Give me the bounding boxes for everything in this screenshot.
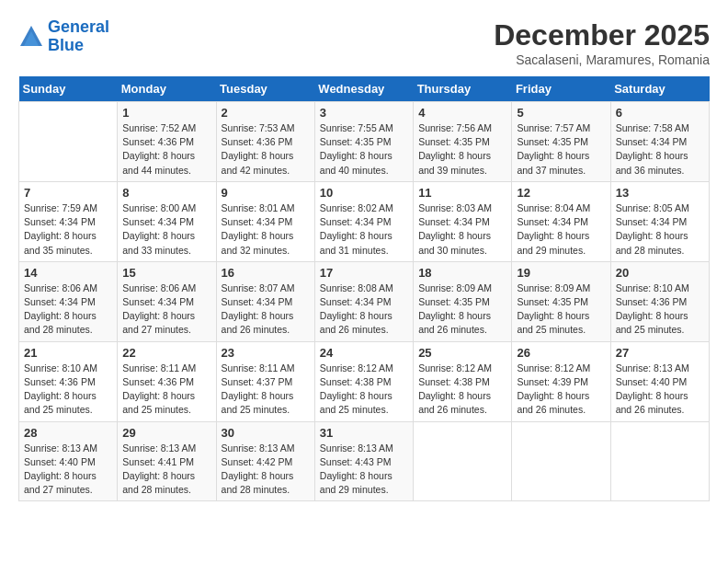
calendar-week-row: 14Sunrise: 8:06 AM Sunset: 4:34 PM Dayli… [19,261,710,341]
col-header-sunday: Sunday [19,76,118,102]
col-header-monday: Monday [118,76,216,102]
logo-line2: Blue [48,36,84,54]
calendar-week-row: 21Sunrise: 8:10 AM Sunset: 4:36 PM Dayli… [19,341,710,421]
day-number: 29 [122,426,210,440]
day-number: 24 [320,346,408,360]
day-info: Sunrise: 8:00 AM Sunset: 4:34 PM Dayligh… [122,201,210,258]
day-number: 10 [320,186,408,200]
calendar-cell [414,421,512,501]
day-info: Sunrise: 8:01 AM Sunset: 4:34 PM Dayligh… [222,201,310,258]
col-header-thursday: Thursday [414,76,512,102]
day-number: 30 [222,426,310,440]
calendar-cell: 22Sunrise: 8:11 AM Sunset: 4:36 PM Dayli… [118,341,216,421]
day-number: 3 [320,106,408,120]
day-info: Sunrise: 8:12 AM Sunset: 4:39 PM Dayligh… [517,362,605,418]
calendar-cell: 12Sunrise: 8:04 AM Sunset: 4:34 PM Dayli… [512,181,610,261]
day-info: Sunrise: 7:57 AM Sunset: 4:35 PM Dayligh… [517,121,605,178]
title-block: December 2025 Sacalaseni, Maramures, Rom… [494,18,710,67]
day-info: Sunrise: 8:05 AM Sunset: 4:34 PM Dayligh… [616,201,704,258]
logo-line1: General [48,17,109,36]
day-number: 12 [517,186,605,200]
day-info: Sunrise: 8:13 AM Sunset: 4:40 PM Dayligh… [616,362,704,418]
calendar-cell [512,421,610,501]
day-number: 8 [122,186,210,200]
day-number: 11 [418,186,506,200]
day-info: Sunrise: 8:06 AM Sunset: 4:34 PM Dayligh… [24,282,112,338]
day-info: Sunrise: 8:12 AM Sunset: 4:38 PM Dayligh… [418,362,506,418]
day-number: 27 [616,346,704,360]
col-header-saturday: Saturday [610,76,709,102]
day-number: 21 [24,346,112,360]
calendar-cell: 9Sunrise: 8:01 AM Sunset: 4:34 PM Daylig… [216,181,314,261]
day-number: 18 [418,266,506,280]
day-number: 13 [616,186,704,200]
location-subtitle: Sacalaseni, Maramures, Romania [494,52,710,67]
day-info: Sunrise: 7:58 AM Sunset: 4:34 PM Dayligh… [616,121,704,178]
col-header-wednesday: Wednesday [314,76,413,102]
calendar-cell: 20Sunrise: 8:10 AM Sunset: 4:36 PM Dayli… [610,261,709,341]
calendar-cell: 31Sunrise: 8:13 AM Sunset: 4:43 PM Dayli… [314,421,413,501]
day-number: 6 [616,106,704,120]
calendar-cell: 7Sunrise: 7:59 AM Sunset: 4:34 PM Daylig… [19,181,118,261]
day-number: 9 [222,186,310,200]
day-number: 26 [517,346,605,360]
day-info: Sunrise: 7:52 AM Sunset: 4:36 PM Dayligh… [122,121,210,178]
day-number: 28 [24,426,112,440]
logo-text: General Blue [48,18,109,55]
calendar-cell: 30Sunrise: 8:13 AM Sunset: 4:42 PM Dayli… [216,421,314,501]
day-info: Sunrise: 8:11 AM Sunset: 4:37 PM Dayligh… [222,362,310,418]
day-info: Sunrise: 8:03 AM Sunset: 4:34 PM Dayligh… [418,201,506,258]
calendar-cell: 29Sunrise: 8:13 AM Sunset: 4:41 PM Dayli… [118,421,216,501]
calendar-header-row: SundayMondayTuesdayWednesdayThursdayFrid… [19,76,710,102]
day-info: Sunrise: 8:06 AM Sunset: 4:34 PM Dayligh… [122,282,210,338]
calendar-cell: 19Sunrise: 8:09 AM Sunset: 4:35 PM Dayli… [512,261,610,341]
day-info: Sunrise: 8:10 AM Sunset: 4:36 PM Dayligh… [24,362,112,418]
calendar-cell: 6Sunrise: 7:58 AM Sunset: 4:34 PM Daylig… [610,102,709,182]
calendar-cell: 27Sunrise: 8:13 AM Sunset: 4:40 PM Dayli… [610,341,709,421]
day-number: 31 [320,426,408,440]
calendar-cell: 11Sunrise: 8:03 AM Sunset: 4:34 PM Dayli… [414,181,512,261]
day-number: 7 [24,186,112,200]
calendar-cell: 18Sunrise: 8:09 AM Sunset: 4:35 PM Dayli… [414,261,512,341]
day-number: 15 [122,266,210,280]
logo-icon [18,24,44,50]
logo: General Blue [18,18,109,55]
day-number: 1 [122,106,210,120]
calendar-cell [610,421,709,501]
day-info: Sunrise: 8:13 AM Sunset: 4:42 PM Dayligh… [222,442,310,498]
day-info: Sunrise: 8:04 AM Sunset: 4:34 PM Dayligh… [517,201,605,258]
day-number: 25 [418,346,506,360]
calendar-cell: 26Sunrise: 8:12 AM Sunset: 4:39 PM Dayli… [512,341,610,421]
day-number: 17 [320,266,408,280]
day-info: Sunrise: 8:08 AM Sunset: 4:34 PM Dayligh… [320,282,408,338]
calendar-cell: 8Sunrise: 8:00 AM Sunset: 4:34 PM Daylig… [118,181,216,261]
calendar-cell [19,102,118,182]
calendar-cell: 23Sunrise: 8:11 AM Sunset: 4:37 PM Dayli… [216,341,314,421]
day-info: Sunrise: 8:09 AM Sunset: 4:35 PM Dayligh… [517,282,605,338]
day-number: 5 [517,106,605,120]
calendar-cell: 2Sunrise: 7:53 AM Sunset: 4:36 PM Daylig… [216,102,314,182]
calendar-cell: 14Sunrise: 8:06 AM Sunset: 4:34 PM Dayli… [19,261,118,341]
calendar-cell: 21Sunrise: 8:10 AM Sunset: 4:36 PM Dayli… [19,341,118,421]
day-info: Sunrise: 8:13 AM Sunset: 4:40 PM Dayligh… [24,442,112,498]
calendar-cell: 13Sunrise: 8:05 AM Sunset: 4:34 PM Dayli… [610,181,709,261]
day-info: Sunrise: 7:56 AM Sunset: 4:35 PM Dayligh… [418,121,506,178]
day-info: Sunrise: 8:13 AM Sunset: 4:41 PM Dayligh… [122,442,210,498]
calendar-cell: 15Sunrise: 8:06 AM Sunset: 4:34 PM Dayli… [118,261,216,341]
day-info: Sunrise: 8:13 AM Sunset: 4:43 PM Dayligh… [320,442,408,498]
col-header-friday: Friday [512,76,610,102]
day-info: Sunrise: 8:12 AM Sunset: 4:38 PM Dayligh… [320,362,408,418]
day-info: Sunrise: 8:07 AM Sunset: 4:34 PM Dayligh… [222,282,310,338]
page-header: General Blue December 2025 Sacalaseni, M… [18,18,710,67]
calendar-week-row: 1Sunrise: 7:52 AM Sunset: 4:36 PM Daylig… [19,102,710,182]
day-number: 16 [222,266,310,280]
day-info: Sunrise: 7:53 AM Sunset: 4:36 PM Dayligh… [222,121,310,178]
calendar-cell: 24Sunrise: 8:12 AM Sunset: 4:38 PM Dayli… [314,341,413,421]
day-number: 22 [122,346,210,360]
day-number: 23 [222,346,310,360]
calendar-cell: 25Sunrise: 8:12 AM Sunset: 4:38 PM Dayli… [414,341,512,421]
calendar-table: SundayMondayTuesdayWednesdayThursdayFrid… [18,76,710,501]
calendar-cell: 1Sunrise: 7:52 AM Sunset: 4:36 PM Daylig… [118,102,216,182]
day-info: Sunrise: 8:11 AM Sunset: 4:36 PM Dayligh… [122,362,210,418]
calendar-cell: 17Sunrise: 8:08 AM Sunset: 4:34 PM Dayli… [314,261,413,341]
